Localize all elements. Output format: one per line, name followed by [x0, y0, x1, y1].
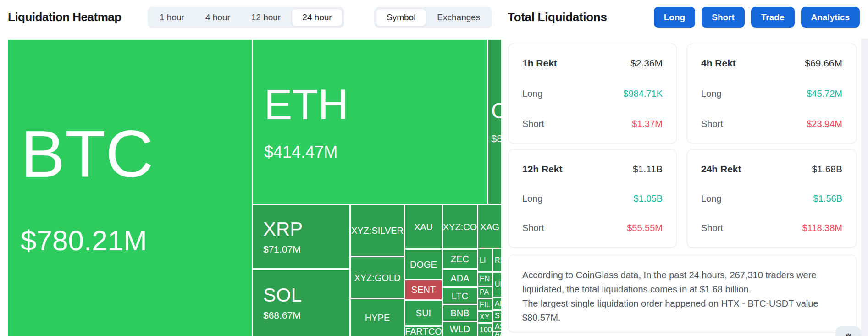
tab-12-hour[interactable]: 12 hour	[241, 9, 291, 26]
long-row: Long $1.56B	[701, 193, 842, 204]
page-background-strip	[861, 39, 868, 336]
short-value: $23.94M	[807, 119, 842, 129]
short-value: $118.38M	[802, 223, 842, 233]
long-button[interactable]: Long	[654, 7, 695, 28]
short-label: Short	[701, 119, 723, 129]
cell-label: XAG	[480, 222, 499, 231]
short-label: Short	[522, 119, 544, 129]
analytics-button[interactable]: Analytics	[801, 7, 860, 28]
cell-label: XRP	[263, 220, 349, 239]
cell-label: WLD	[450, 325, 470, 334]
cell-label: UN	[495, 281, 501, 288]
treemap-cell-as[interactable]: AS	[493, 322, 501, 331]
rekt-total: $1.68B	[812, 164, 842, 175]
treemap-cell-pa[interactable]: PA	[478, 287, 492, 298]
treemap-cell-clipped-c[interactable]: C $8	[488, 40, 501, 204]
treemap-cell-ri[interactable]: RI	[493, 249, 501, 271]
treemap-cell-sent[interactable]: SENT	[405, 280, 442, 299]
cell-label: ST	[495, 312, 501, 319]
tab-1-hour[interactable]: 1 hour	[149, 9, 194, 26]
treemap-cell-xyz-gold[interactable]: XYZ:GOLD	[351, 257, 404, 298]
cell-label: XYZ:CO	[443, 222, 477, 231]
cell-label: SUI	[416, 308, 431, 318]
cell-label: ETH	[264, 83, 487, 126]
toggle-symbol[interactable]: Symbol	[376, 9, 426, 26]
treemap-cell-xrp[interactable]: XRP $71.07M	[253, 205, 349, 268]
stats-card-1h: 1h Rekt $2.36M Long $984.71K Short $1.37…	[508, 44, 677, 143]
rekt-label: 12h Rekt	[522, 164, 563, 175]
treemap-cell-un[interactable]: UN	[493, 273, 501, 297]
treemap-cell-sol[interactable]: SOL $68.67M	[253, 270, 349, 336]
cell-label: XAU	[414, 222, 433, 231]
settings-button[interactable]: ⚙	[835, 326, 861, 336]
stats-card-4h: 4h Rekt $69.66M Long $45.72M Short $23.9…	[687, 44, 857, 143]
summary-line-1: According to CoinGlass data, In the past…	[522, 268, 842, 297]
cell-label: FIL	[480, 301, 490, 308]
treemap-cell-fil[interactable]: FIL	[478, 299, 492, 310]
treemap-cell-doge[interactable]: DOGE	[405, 250, 442, 279]
stats-card-24h: 24h Rekt $1.68B Long $1.56B Short $118.3…	[687, 149, 857, 248]
rekt-total: $69.66M	[805, 58, 842, 69]
treemap-cell-zec[interactable]: ZEC	[443, 250, 477, 268]
cell-label: AI	[495, 300, 501, 308]
long-row: Long $45.72M	[701, 88, 842, 99]
liquidation-heatmap-page: Liquidation Heatmap 1 hour 4 hour 12 hou…	[0, 0, 868, 336]
treemap-cell-aa[interactable]: AA	[493, 332, 501, 336]
treemap-cell-bnb[interactable]: BNB	[443, 305, 477, 321]
short-value: $1.37M	[632, 119, 663, 129]
rekt-total: $2.36M	[630, 58, 663, 69]
treemap-cell-ai[interactable]: AI	[493, 298, 501, 309]
treemap-cell-li[interactable]: LI	[478, 249, 492, 271]
cell-label: XYZ:GOLD	[354, 273, 400, 282]
short-row: Short $23.94M	[701, 119, 842, 129]
cell-value: $780.21M	[21, 226, 252, 255]
time-range-tabs: 1 hour 4 hour 12 hour 24 hour	[148, 7, 344, 28]
treemap-cell-ada[interactable]: ADA	[443, 270, 477, 286]
short-row: Short $1.37M	[522, 119, 663, 129]
treemap-cell-st[interactable]: ST	[493, 311, 501, 321]
summary-card: According to CoinGlass data, In the past…	[508, 255, 857, 332]
long-label: Long	[522, 193, 543, 204]
treemap-cell-ltc[interactable]: LTC	[443, 288, 477, 304]
long-label: Long	[701, 88, 722, 99]
gear-icon: ⚙	[843, 332, 853, 336]
short-row: Short $55.55M	[522, 223, 663, 233]
cell-label: C	[491, 100, 501, 122]
tab-24-hour[interactable]: 24 hour	[292, 9, 342, 26]
rekt-label: 1h Rekt	[522, 58, 557, 69]
treemap-cell-xy[interactable]: XY	[478, 312, 492, 322]
long-row: Long $1.05B	[522, 193, 663, 204]
cell-label: BTC	[21, 121, 252, 187]
treemap-cell-hype[interactable]: HYPE	[351, 299, 404, 336]
treemap-cell-xyz-silver[interactable]: XYZ:SILVER	[351, 205, 404, 256]
tab-4-hour[interactable]: 4 hour	[195, 9, 240, 26]
cell-value: $68.67M	[263, 310, 349, 320]
trade-button[interactable]: Trade	[751, 7, 795, 28]
summary-line-2: The largest single liquidation order hap…	[522, 297, 842, 325]
header: Liquidation Heatmap 1 hour 4 hour 12 hou…	[0, 0, 868, 36]
treemap-cell-eth[interactable]: ETH $414.47M	[253, 40, 487, 204]
action-buttons: Long Short Trade Analytics	[654, 7, 860, 28]
treemap-cell-btc[interactable]: BTC $780.21M	[8, 40, 252, 336]
cell-label: AS	[495, 323, 501, 330]
cell-label: EN	[480, 275, 490, 283]
treemap-cell-xyz-co[interactable]: XYZ:CO	[443, 205, 477, 248]
cell-label: FARTCO	[405, 327, 442, 336]
treemap-cell-fartcoin[interactable]: FARTCO	[405, 327, 442, 336]
rekt-label: 24h Rekt	[701, 164, 741, 175]
treemap-cell-wld[interactable]: WLD	[443, 322, 477, 336]
treemap-cell-en[interactable]: EN	[478, 273, 492, 286]
treemap-cell-100[interactable]: 100	[478, 324, 492, 336]
short-button[interactable]: Short	[702, 7, 745, 28]
toggle-exchanges[interactable]: Exchanges	[427, 9, 490, 26]
short-label: Short	[522, 223, 544, 233]
cell-label: LTC	[452, 292, 468, 301]
cell-label: ADA	[450, 274, 469, 283]
treemap-cell-sui[interactable]: SUI	[405, 301, 442, 325]
treemap-cell-xau[interactable]: XAU	[405, 205, 442, 248]
treemap-cell-xag[interactable]: XAG	[478, 205, 501, 248]
cell-value: $71.07M	[263, 244, 349, 254]
cell-value: $8	[491, 134, 501, 144]
cell-label: AA	[495, 332, 501, 336]
cell-label: XYZ:SILVER	[351, 226, 404, 235]
